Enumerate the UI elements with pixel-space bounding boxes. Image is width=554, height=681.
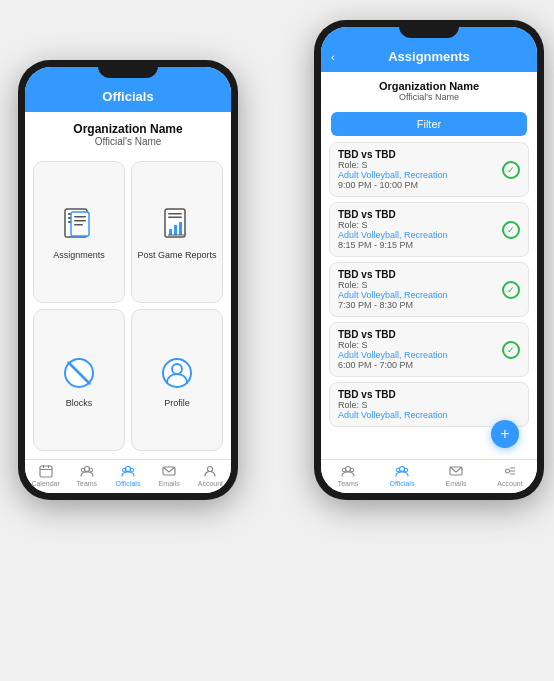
assignment-category: Adult Volleyball, Recreation <box>338 230 496 240</box>
assignment-item[interactable]: TBD vs TBD Role: S Adult Volleyball, Rec… <box>329 202 529 257</box>
teams-icon <box>80 464 94 478</box>
nav-officials-label: Officials <box>116 480 141 487</box>
emails-icon <box>162 464 176 478</box>
assignment-title: TBD vs TBD <box>338 269 496 280</box>
nav-teams[interactable]: Teams <box>66 464 107 487</box>
svg-point-34 <box>400 467 405 472</box>
assignment-item[interactable]: TBD vs TBD Role: S Adult Volleyball, Rec… <box>329 262 529 317</box>
post-game-reports-card-label: Post Game Reports <box>137 250 216 260</box>
right-nav-account-label: Account <box>497 480 522 487</box>
right-nav-teams-label: Teams <box>338 480 359 487</box>
right-screen: ‹ Assignments Organization Name Official… <box>321 27 537 493</box>
assignment-item[interactable]: TBD vs TBD Role: S Adult Volleyball, Rec… <box>329 142 529 197</box>
officials-org-name: Organization Name <box>33 122 223 136</box>
right-nav-officials[interactable]: Officials <box>375 464 429 487</box>
profile-icon <box>158 354 196 392</box>
assignment-info: TBD vs TBD Role: S Adult Volleyball, Rec… <box>338 209 496 250</box>
blocks-card-label: Blocks <box>66 398 93 408</box>
nav-account-label: Account <box>198 480 223 487</box>
assignment-info: TBD vs TBD Role: S Adult Volleyball, Rec… <box>338 149 496 190</box>
left-phone: Officials Organization Name Official's N… <box>18 60 238 500</box>
right-nav-officials-label: Officials <box>390 480 415 487</box>
officials-org-section: Organization Name Official's Name <box>25 112 231 153</box>
nav-emails-label: Emails <box>159 480 180 487</box>
svg-point-30 <box>208 467 213 472</box>
filter-button[interactable]: Filter <box>331 112 527 136</box>
add-assignment-fab[interactable]: + <box>491 420 519 448</box>
assignments-org-section: Organization Name Official's Name <box>321 72 537 106</box>
assignment-title: TBD vs TBD <box>338 149 496 160</box>
svg-rect-11 <box>169 229 172 235</box>
assignments-list: TBD vs TBD Role: S Adult Volleyball, Rec… <box>321 140 537 459</box>
assignment-time: 7:30 PM - 8:30 PM <box>338 300 496 310</box>
filter-btn-wrap: Filter <box>321 106 537 140</box>
assignments-header-title: Assignments <box>321 49 537 64</box>
right-teams-icon <box>341 464 355 478</box>
assignment-item[interactable]: TBD vs TBD Role: S Adult Volleyball, Rec… <box>329 322 529 377</box>
phone-container: Officials Organization Name Official's N… <box>0 0 554 681</box>
svg-rect-7 <box>74 224 83 226</box>
right-bottom-nav: Teams Officials <box>321 459 537 493</box>
svg-point-23 <box>84 467 89 472</box>
assignments-org-subtitle: Official's Name <box>329 92 529 102</box>
svg-rect-10 <box>168 217 182 219</box>
right-phone: ‹ Assignments Organization Name Official… <box>314 20 544 500</box>
assignment-role: Role: S <box>338 280 496 290</box>
nav-teams-label: Teams <box>76 480 97 487</box>
assignment-time: 9:00 PM - 10:00 PM <box>338 180 496 190</box>
svg-rect-12 <box>174 225 177 235</box>
assignment-check-icon <box>502 161 520 179</box>
assignments-card-label: Assignments <box>53 250 105 260</box>
assignments-back-button[interactable]: ‹ <box>331 51 335 63</box>
svg-rect-5 <box>74 216 86 218</box>
assignment-role: Role: S <box>338 340 496 350</box>
right-nav-account[interactable]: Account <box>483 464 537 487</box>
officials-nav-icon <box>121 464 135 478</box>
svg-rect-9 <box>168 213 182 215</box>
svg-point-38 <box>506 469 510 473</box>
left-bottom-nav: Calendar Teams <box>25 459 231 493</box>
svg-rect-13 <box>179 222 182 235</box>
profile-card-label: Profile <box>164 398 190 408</box>
assignment-category: Adult Volleyball, Recreation <box>338 410 520 420</box>
assignments-icon <box>60 206 98 244</box>
nav-calendar[interactable]: Calendar <box>25 464 66 487</box>
assignment-time: 8:15 PM - 9:15 PM <box>338 240 496 250</box>
nav-officials[interactable]: Officials <box>107 464 148 487</box>
assignment-role: Role: S <box>338 400 520 410</box>
assignments-org-name: Organization Name <box>329 80 529 92</box>
officials-grid: Assignments <box>25 153 231 459</box>
assignment-title: TBD vs TBD <box>338 389 520 400</box>
right-nav-teams[interactable]: Teams <box>321 464 375 487</box>
assignment-info: TBD vs TBD Role: S Adult Volleyball, Rec… <box>338 269 496 310</box>
left-screen: Officials Organization Name Official's N… <box>25 67 231 493</box>
right-notch <box>399 20 459 38</box>
account-icon <box>203 464 217 478</box>
post-game-reports-card[interactable]: Post Game Reports <box>131 161 223 303</box>
officials-header-title: Officials <box>25 89 231 104</box>
nav-calendar-label: Calendar <box>31 480 59 487</box>
assignment-info: TBD vs TBD Role: S Adult Volleyball, Rec… <box>338 329 496 370</box>
profile-card[interactable]: Profile <box>131 309 223 451</box>
left-notch <box>98 60 158 78</box>
assignments-card[interactable]: Assignments <box>33 161 125 303</box>
officials-org-subtitle: Official's Name <box>33 136 223 147</box>
svg-point-26 <box>126 467 131 472</box>
assignment-check-icon <box>502 221 520 239</box>
assignment-title: TBD vs TBD <box>338 329 496 340</box>
assignment-check-icon <box>502 341 520 359</box>
assignment-time: 6:00 PM - 7:00 PM <box>338 360 496 370</box>
blocks-card[interactable]: Blocks <box>33 309 125 451</box>
right-emails-icon <box>449 464 463 478</box>
right-officials-icon <box>395 464 409 478</box>
svg-rect-19 <box>40 466 52 477</box>
post-game-reports-icon <box>158 206 196 244</box>
nav-account[interactable]: Account <box>190 464 231 487</box>
nav-emails[interactable]: Emails <box>149 464 190 487</box>
right-nav-emails[interactable]: Emails <box>429 464 483 487</box>
svg-point-31 <box>346 467 351 472</box>
assignment-category: Adult Volleyball, Recreation <box>338 290 496 300</box>
assignment-category: Adult Volleyball, Recreation <box>338 350 496 360</box>
svg-rect-6 <box>74 220 86 222</box>
right-account-icon <box>503 464 517 478</box>
